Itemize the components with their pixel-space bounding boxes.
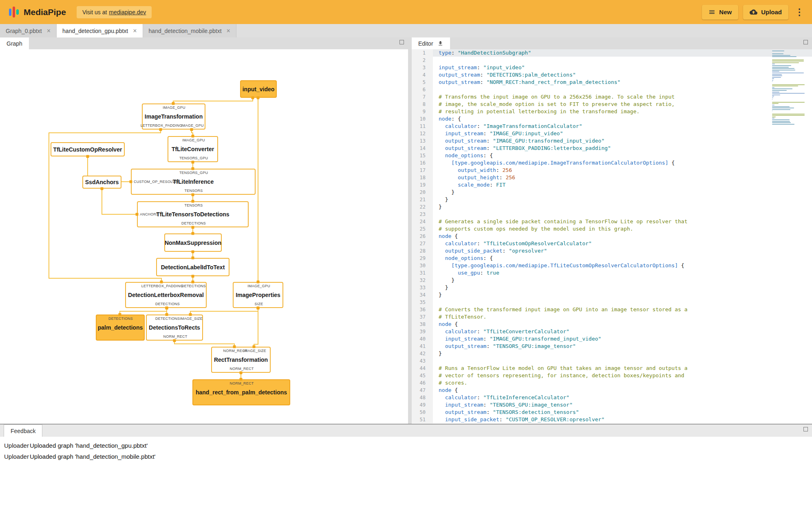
new-button[interactable]: New: [702, 5, 738, 20]
code-line[interactable]: 6: [412, 86, 812, 93]
code-line[interactable]: 4output_stream: "DETECTIONS:palm_detecti…: [412, 71, 812, 79]
code-line[interactable]: 44# Runs a TensorFlow Lite model on GPU …: [412, 365, 812, 372]
file-tab[interactable]: hand_detection_mobile.pbtxt×: [143, 24, 236, 37]
graph-node-ImageTransformation[interactable]: ImageTransformationIMAGE_GPULETTERBOX_PA…: [142, 103, 205, 130]
code-line[interactable]: 19 scale_mode: FIT: [412, 181, 812, 189]
code-text: input_stream: "input_video": [433, 64, 812, 71]
code-text: output_height: 256: [433, 174, 812, 181]
visit-link-box[interactable]: Visit us at mediapipe.dev: [77, 6, 152, 18]
feedback-tab[interactable]: Feedback: [4, 425, 42, 437]
code-line[interactable]: 21 }: [412, 196, 812, 203]
graph-node-TfLiteConverter[interactable]: TfLiteConverterIMAGE_GPUTENSORS_GPU: [168, 136, 218, 162]
code-line[interactable]: 14 output_stream: "LETTERBOX_PADDING:let…: [412, 145, 812, 152]
code-line[interactable]: 25# supports custom ops needed by the mo…: [412, 225, 812, 233]
graph-tab[interactable]: Graph: [0, 37, 29, 49]
graph-port-label: DETECTIONS: [155, 317, 180, 321]
graph-node-SsdAnchors[interactable]: SsdAnchors: [82, 176, 121, 189]
code-line[interactable]: 28 output_side_packet: "opresolver": [412, 247, 812, 255]
code-line[interactable]: 7# Transforms the input image on GPU to …: [412, 93, 812, 101]
close-tab-icon[interactable]: ×: [227, 28, 230, 34]
file-tab[interactable]: hand_detection_gpu.pbtxt×: [57, 24, 143, 37]
code-line[interactable]: 33 }: [412, 284, 812, 291]
expand-feedback-panel-icon[interactable]: [803, 427, 808, 431]
code-line[interactable]: 1type: "HandDetectionSubgraph": [412, 49, 812, 57]
code-line[interactable]: 11 calculator: "ImageTransformationCalcu…: [412, 123, 812, 130]
graph-canvas[interactable]: input_videoImageTransformationIMAGE_GPUL…: [0, 49, 408, 424]
code-line[interactable]: 47node {: [412, 387, 812, 394]
code-line[interactable]: 5output_stream: "NORM_RECT:hand_rect_fro…: [412, 79, 812, 86]
mediapipe-visualizer: MediaPipe Visit us at mediapipe.dev New …: [0, 0, 812, 506]
code-line[interactable]: 24# Generates a single side packet conta…: [412, 218, 812, 225]
code-line[interactable]: 31 use_gpu: true: [412, 269, 812, 277]
code-editor[interactable]: 1type: "HandDetectionSubgraph"23input_st…: [412, 49, 812, 424]
code-line[interactable]: 3input_stream: "input_video": [412, 64, 812, 71]
code-line[interactable]: 37# TfLiteTensor.: [412, 313, 812, 321]
code-line[interactable]: 50 output_stream: "TENSORS:detection_ten…: [412, 409, 812, 416]
graph-node-RectTransformation[interactable]: RectTransformationNORM_RECTIMAGE_SIZENOR…: [211, 347, 271, 373]
code-line[interactable]: 2: [412, 57, 812, 64]
code-line[interactable]: 51 input_side_packet: "CUSTOM_OP_RESOLVE…: [412, 416, 812, 423]
code-line[interactable]: 42}: [412, 350, 812, 357]
code-line[interactable]: 20 }: [412, 189, 812, 196]
code-line[interactable]: 48 calculator: "TfLiteInferenceCalculato…: [412, 394, 812, 401]
code-line[interactable]: 32 }: [412, 277, 812, 284]
graph-node-DetectionLabelIdToText[interactable]: DetectionLabelIdToText: [156, 258, 229, 276]
expand-graph-panel-icon[interactable]: [399, 40, 404, 44]
code-line[interactable]: 12 input_stream: "IMAGE_GPU:input_video": [412, 130, 812, 137]
code-line[interactable]: 27 calculator: "TfLiteCustomOpResolverCa…: [412, 240, 812, 247]
code-line[interactable]: 49 input_stream: "TENSORS_GPU:image_tens…: [412, 401, 812, 409]
file-tab[interactable]: Graph_0.pbtxt×: [0, 24, 57, 37]
editor-minimap[interactable]: [772, 51, 806, 125]
code-line[interactable]: 35: [412, 299, 812, 306]
code-text: # resulting in potential letterboxing in…: [433, 108, 812, 115]
code-line[interactable]: 15 node_options: {: [412, 152, 812, 159]
graph-node-input_video[interactable]: input_video: [240, 80, 277, 98]
graph-node-TfLiteInference[interactable]: TfLiteInferenceTENSORS_GPUTENSORSCUSTOM_…: [131, 169, 256, 195]
editor-tab[interactable]: Editor: [412, 37, 450, 49]
code-line[interactable]: 29 node_options: {: [412, 255, 812, 262]
graph-node-TfLiteCustomOpResolver[interactable]: TfLiteCustomOpResolver: [51, 142, 125, 156]
graph-node-hand_rect_from_palm_detections[interactable]: hand_rect_from_palm_detectionsNORM_RECT: [192, 379, 290, 405]
graph-node-DetectionLetterboxRemoval[interactable]: DetectionLetterboxRemovalLETTERBOX_PADDI…: [125, 282, 207, 308]
code-line[interactable]: 40 input_stream: "IMAGE_GPU:transformed_…: [412, 335, 812, 343]
code-line[interactable]: 36# Converts the transformed input image…: [412, 306, 812, 313]
code-line[interactable]: 41 output_stream: "TENSORS_GPU:image_ten…: [412, 343, 812, 350]
code-line[interactable]: 43: [412, 357, 812, 365]
code-line[interactable]: 22}: [412, 203, 812, 211]
graph-node-NonMaxSuppression[interactable]: NonMaxSuppression: [164, 233, 222, 252]
code-line[interactable]: 26node {: [412, 233, 812, 240]
graph-node-title: ImageProperties: [236, 292, 280, 298]
code-line[interactable]: 34}: [412, 291, 812, 299]
graph-node-palm_detections[interactable]: palm_detectionsDETECTIONS: [96, 315, 145, 341]
upload-button[interactable]: Upload: [743, 5, 788, 20]
code-line[interactable]: 16 [type.googleapis.com/mediapipe.ImageT…: [412, 159, 812, 167]
line-number: 15: [412, 152, 433, 159]
code-line[interactable]: 30 [type.googleapis.com/mediapipe.TfLite…: [412, 262, 812, 269]
code-line[interactable]: 38node {: [412, 321, 812, 328]
line-number: 49: [412, 401, 433, 409]
code-line[interactable]: 13 output_stream: "IMAGE_GPU:transformed…: [412, 137, 812, 145]
graph-node-TfLiteTensorsToDetections[interactable]: TfLiteTensorsToDetectionsTENSORSDETECTIO…: [137, 201, 249, 227]
code-line[interactable]: 8# image, the scale_mode option is set t…: [412, 101, 812, 108]
code-line[interactable]: 46# scores.: [412, 379, 812, 387]
code-line[interactable]: 23: [412, 211, 812, 218]
download-icon[interactable]: [437, 40, 444, 46]
graph-node-ImageProperties[interactable]: ImagePropertiesIMAGE_GPUSIZE: [233, 282, 283, 308]
code-text: # TfLiteTensor.: [433, 313, 812, 321]
code-line[interactable]: 9# resulting in potential letterboxing i…: [412, 108, 812, 115]
more-options-icon[interactable]: ⋮: [793, 7, 805, 18]
close-tab-icon[interactable]: ×: [47, 28, 51, 34]
graph-panel: Graph input_videoImageTransformationIMAG…: [0, 37, 408, 424]
code-line[interactable]: 39 calculator: "TfLiteConverterCalculato…: [412, 328, 812, 335]
feedback-tab-label: Feedback: [11, 428, 35, 434]
minimap-line: [772, 114, 805, 114]
close-tab-icon[interactable]: ×: [133, 28, 137, 34]
code-text: # supports custom ops needed by the mode…: [433, 225, 812, 233]
code-line[interactable]: 10node: {: [412, 115, 812, 123]
expand-editor-panel-icon[interactable]: [803, 40, 808, 44]
graph-node-DetectionsToRects[interactable]: DetectionsToRectsDETECTIONSIMAGE_SIZENOR…: [146, 315, 203, 341]
code-line[interactable]: 17 output_width: 256: [412, 167, 812, 174]
code-line[interactable]: 18 output_height: 256: [412, 174, 812, 181]
visit-link[interactable]: mediapipe.dev: [109, 9, 146, 15]
code-line[interactable]: 45# vector of tensors representing, for …: [412, 372, 812, 379]
